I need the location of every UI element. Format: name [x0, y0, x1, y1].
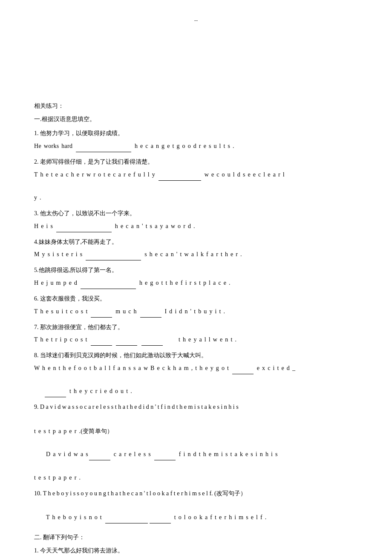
blank-9-2 [154, 454, 176, 460]
section1: 相关练习： 一.根据汉语意思填空。 1. 他努力学习，以便取得好成绩。 He w… [34, 101, 358, 523]
item6-english: T h e s u i t c o s t m u c h I d i d n … [34, 306, 358, 318]
exercise-item-5: 5.他跳得很远,所以得了第一名。 H e j u m p e d h e g o… [34, 265, 358, 289]
exercise-item-7: 7. 那次旅游很便宜，他们都去了。 T h e t r i p c o s t … [34, 322, 358, 346]
blank-1-1 [76, 145, 131, 152]
item6-chinese: 6. 这套衣服很贵，我没买。 [34, 293, 358, 305]
item4-english: M y s i s t e r i s s h e c a n ' t w a … [34, 249, 358, 260]
section2-title: 二. 翻译下列句子： [34, 532, 358, 543]
blank-5-1 [81, 282, 136, 289]
exercise-item-9: 9. D a v i d w a s s o c a r e l e s s t… [34, 402, 358, 483]
exercise-item-3: 3. 他太伤心了，以致说不出一个字来。 H e i s h e c a n ' … [34, 208, 358, 232]
exercise-item-8: 8. 当球迷们看到贝克汉姆的时候，他们如此激动以致于大喊大叫。 W h e n … [34, 350, 358, 397]
section2: 二. 翻译下列句子： 1. 今天天气那么好我们将去游泳。 2. 这双鞋这么小我穿… [34, 532, 358, 555]
blank-8-1 [232, 367, 254, 374]
item10-english: T h e b o y i s n o t t o l o o k a f t … [34, 512, 358, 523]
blank-7-1 [91, 339, 112, 346]
item7-english: T h e t r i p c o s t t h e y a l l w e … [34, 334, 358, 346]
blank-10-1 [105, 517, 148, 523]
item9-english-cont: t e s t p a p e r . [34, 472, 358, 484]
page-container: -- 相关练习： 一.根据汉语意思填空。 1. 他努力学习，以便取得好成绩。 H… [0, 0, 392, 555]
blank-8-2 [45, 390, 66, 397]
item2-english: T h e t e a c h e r w r o t e c a r e f … [34, 169, 358, 181]
item3-chinese: 3. 他太伤心了，以致说不出一个字来。 [34, 208, 358, 220]
translation-1-text: 1. 今天天气那么好我们将去游泳。 [34, 547, 124, 554]
item3-english: H e i s h e c a n ' t s a y a w o r d . [34, 220, 358, 232]
section1-title: 相关练习： [34, 101, 358, 111]
item10-chinese: 10. T h e b o y i s s o y o u n g t h a … [34, 488, 358, 500]
blank-7-3 [141, 339, 163, 346]
page-marker-top: -- [34, 17, 358, 24]
exercise-item-2: 2. 老师写得很仔细，是为了让我们看得清楚。 T h e t e a c h e… [34, 156, 358, 204]
item9-english-note: t e s t p a p e r .(变简单句） [34, 425, 358, 437]
blank-7-2 [116, 339, 137, 346]
exercise-item-1: 1. 他努力学习，以便取得好成绩。 He works hard h e c a … [34, 128, 358, 152]
blank-4-1 [86, 254, 141, 260]
blank-3-1 [56, 225, 112, 232]
item9-english: D a v i d w a s c a r e l e s s f i n d … [34, 448, 358, 460]
item2-english-cont: y . [34, 192, 358, 204]
blank-10-2 [150, 517, 171, 523]
exercise-item-4: 4.妹妹身体太弱了,不能再走了。 M y s i s t e r i s s h… [34, 237, 358, 261]
exercise-item-10: 10. T h e b o y i s s o y o u n g t h a … [34, 488, 358, 523]
item9-chinese: 9. D a v i d w a s s o c a r e l e s s t… [34, 402, 358, 413]
blank-9-1 [89, 454, 110, 460]
item1-chinese: 1. 他努力学习，以便取得好成绩。 [34, 128, 358, 139]
item8-english-cont: t h e y c r i e d o u t . [34, 385, 358, 397]
item8-english: W h e n t h e f o o t b a l l f a n s s … [34, 362, 358, 374]
item7-chinese: 7. 那次旅游很便宜，他们都去了。 [34, 322, 358, 333]
blank-2-1 [159, 174, 201, 181]
blank-6-1 [91, 311, 112, 318]
blank-6-2 [140, 311, 161, 318]
item2-chinese: 2. 老师写得很仔细，是为了让我们看得清楚。 [34, 156, 358, 168]
exercise-item-6: 6. 这套衣服很贵，我没买。 T h e s u i t c o s t m u… [34, 293, 358, 318]
item5-english: H e j u m p e d h e g o t t h e f i r s … [34, 277, 358, 289]
translation-item-1: 1. 今天天气那么好我们将去游泳。 [34, 545, 358, 555]
item5-chinese: 5.他跳得很远,所以得了第一名。 [34, 265, 358, 276]
item4-chinese: 4.妹妹身体太弱了,不能再走了。 [34, 237, 358, 248]
item8-chinese: 8. 当球迷们看到贝克汉姆的时候，他们如此激动以致于大喊大叫。 [34, 350, 358, 361]
section1-subtitle1: 一.根据汉语意思填空。 [34, 114, 358, 124]
item1-english: He works hard h e c a n g e t g o o d r … [34, 140, 358, 152]
